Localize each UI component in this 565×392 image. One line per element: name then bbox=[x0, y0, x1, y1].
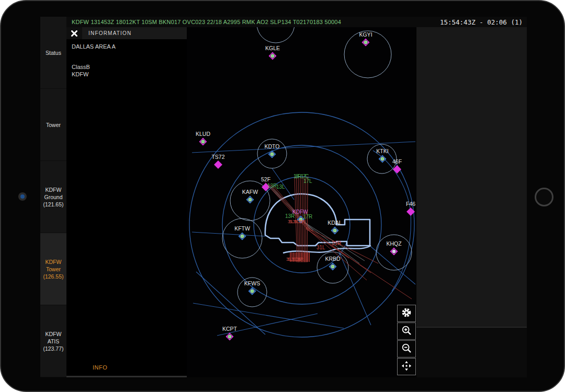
airport-symbol-KCPT[interactable]: KCPT bbox=[222, 326, 238, 341]
information-panel-title: INFORMATION bbox=[88, 30, 131, 36]
airport-label-KGLE: KGLE bbox=[265, 45, 280, 51]
right-panel-lower bbox=[416, 329, 527, 377]
airport-label-KAFW: KAFW bbox=[242, 189, 258, 195]
zoom-out-button[interactable] bbox=[397, 340, 416, 358]
sidebar-item-kdfw-atis[interactable]: KDFWATIS(123.77) bbox=[40, 305, 66, 377]
tablet-frame: KDFW 131453Z 18012KT 10SM BKN017 OVC023 … bbox=[0, 0, 565, 392]
zoom-in-icon bbox=[401, 325, 412, 338]
airport-symbol-KDAL[interactable]: KDAL bbox=[327, 220, 342, 235]
runway-label-31r: 31R bbox=[332, 240, 341, 246]
camera-lens bbox=[20, 194, 25, 199]
zoom-out-icon bbox=[401, 342, 412, 355]
top-status-bar: KDFW 131453Z 18012KT 10SM BKN017 OVC023 … bbox=[66, 17, 527, 27]
runway-label-35l35c35r: 35L35C35R bbox=[288, 219, 305, 224]
map-controls bbox=[397, 305, 416, 375]
airport-symbol-KFWS[interactable]: KFWS bbox=[244, 280, 260, 295]
airport-symbol-KLUD[interactable]: KLUD bbox=[196, 131, 210, 146]
airport-label-TS72: TS72 bbox=[211, 154, 224, 160]
airport-symbol-KGLE[interactable]: KGLE bbox=[265, 45, 280, 60]
sidebar-item-kdfw-tower[interactable]: KDFWTower(126.55) bbox=[40, 233, 66, 305]
airport-symbol-KFTW[interactable]: KFTW bbox=[234, 225, 250, 240]
airport-label-KDAL: KDAL bbox=[327, 220, 342, 226]
airport-symbol-46F[interactable]: 46F bbox=[392, 158, 402, 174]
center-icon bbox=[401, 360, 412, 373]
runway-label-31l: 31L bbox=[317, 245, 325, 250]
area-detail-line: KDFW bbox=[72, 71, 187, 78]
sidebar-item-tower[interactable]: Tower bbox=[40, 89, 66, 161]
zoom-in-button[interactable] bbox=[397, 322, 416, 340]
right-panel-upper bbox=[416, 27, 527, 328]
airspace-map[interactable]: KGLEKGYIKLUDTS72KDTOKTKI46FF4652FKAFWKFT… bbox=[187, 27, 416, 377]
airport-symbol-TS72[interactable]: TS72 bbox=[211, 154, 224, 169]
airport-label-52F: 52F bbox=[261, 176, 270, 182]
info-link[interactable]: INFO bbox=[93, 364, 107, 371]
airport-symbol-KHQZ[interactable]: KHQZ bbox=[386, 240, 402, 256]
runway-label-35l35c35r: 35L35C35R bbox=[286, 257, 303, 262]
airport-symbol-KRBD[interactable]: KRBD bbox=[325, 256, 341, 271]
area-details: ClassBKDFW bbox=[72, 63, 187, 78]
sidebar: StatusTowerKDFWGround(121.65)KDFWTower(1… bbox=[40, 17, 66, 377]
airport-symbol-KTKI[interactable]: KTKI bbox=[376, 148, 388, 163]
airport-symbol-KDTO[interactable]: KDTO bbox=[265, 143, 280, 158]
airport-label-F46: F46 bbox=[406, 201, 415, 207]
airport-label-KTKI: KTKI bbox=[376, 148, 388, 154]
airport-label-KFWS: KFWS bbox=[244, 280, 260, 286]
airport-label-KCPT: KCPT bbox=[222, 326, 238, 332]
information-panel-body: DALLAS AREA A ClassBKDFW bbox=[66, 39, 187, 377]
metar-text: KDFW 131453Z 18012KT 10SM BKN017 OVC023 … bbox=[66, 19, 341, 25]
home-button[interactable] bbox=[535, 188, 553, 206]
area-title: DALLAS AREA A bbox=[72, 43, 187, 50]
sidebar-item-kdfw-ground[interactable]: KDFWGround(121.65) bbox=[40, 161, 66, 233]
panel-bottom-strip bbox=[66, 376, 187, 377]
right-panel bbox=[416, 27, 527, 377]
airspace-map-svg[interactable]: KGLEKGYIKLUDTS72KDTOKTKI46FF4652FKAFWKFT… bbox=[187, 27, 416, 377]
airport-label-KRBD: KRBD bbox=[325, 256, 341, 262]
runway-label-13r: 13R bbox=[285, 213, 295, 219]
airport-symbol-KGYI[interactable]: KGYI bbox=[359, 31, 372, 47]
airport-label-KHQZ: KHQZ bbox=[386, 240, 402, 247]
airport-label-KLUD: KLUD bbox=[196, 131, 210, 137]
runway-label-13l: 13L bbox=[276, 184, 285, 190]
map-settings-button[interactable] bbox=[397, 305, 416, 322]
airport-symbol-KAFW[interactable]: KAFW bbox=[242, 189, 258, 204]
runway-label-17l: 17L bbox=[303, 178, 312, 184]
airport-label-46F: 46F bbox=[392, 158, 402, 165]
information-panel-header: INFORMATION bbox=[66, 27, 187, 39]
sidebar-item-status[interactable]: Status bbox=[40, 17, 66, 89]
close-icon[interactable] bbox=[66, 27, 82, 39]
airport-label-KDTO: KDTO bbox=[265, 143, 280, 149]
page: KDFW 131453Z 18012KT 10SM BKN017 OVC023 … bbox=[0, 0, 565, 392]
clock-text: 15:54:43Z - 02:06 (1) bbox=[440, 18, 527, 26]
information-panel: INFORMATION DALLAS AREA A ClassBKDFW INF… bbox=[66, 27, 187, 377]
runway-label-13r: 13R bbox=[267, 183, 277, 189]
camera-icon bbox=[18, 192, 27, 201]
gear-icon bbox=[401, 307, 412, 320]
airport-label-KGYI: KGYI bbox=[359, 31, 372, 38]
area-detail-line: ClassB bbox=[72, 63, 187, 71]
airport-label-KFTW: KFTW bbox=[234, 225, 250, 232]
center-map-button[interactable] bbox=[397, 358, 416, 375]
app-screen: KDFW 131453Z 18012KT 10SM BKN017 OVC023 … bbox=[40, 17, 527, 377]
